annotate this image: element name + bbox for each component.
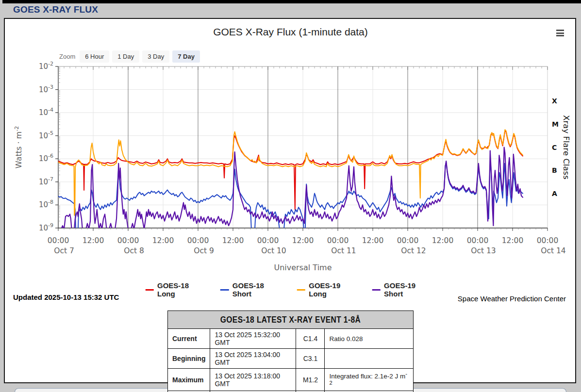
legend-line-swatch — [297, 289, 306, 291]
top-black-bar — [2, 0, 581, 3]
zoom-button-3day[interactable]: 3 Day — [142, 50, 169, 63]
legend-label: GOES-19 Short — [384, 281, 436, 298]
legend-line-swatch — [372, 289, 381, 291]
event-note-superscript: -2 — [329, 371, 407, 386]
event-row-time: 13 Oct 2025 13:18:00 GMT — [210, 369, 296, 391]
legend-line-swatch — [220, 289, 229, 291]
event-row-time: 13 Oct 2025 13:04:00 GMT — [210, 349, 296, 369]
event-row-class: C3.1 — [296, 349, 325, 369]
event-row-note: Ratio 0.028 — [325, 329, 414, 349]
chart-title: GOES X-Ray Flux (1-minute data) — [0, 26, 581, 38]
chart-menu-button[interactable] — [556, 30, 565, 37]
event-row-time: 13 Oct 2025 15:32:00 GMT — [210, 329, 296, 349]
page: GOES X-RAY FLUX GOES X-Ray Flux (1-minut… — [0, 0, 581, 392]
event-table-row: Beginning13 Oct 2025 13:04:00 GMTC3.1 — [168, 349, 414, 369]
hamburger-icon — [556, 33, 564, 34]
legend-item-goes-18-long[interactable]: GOES-18 Long — [145, 281, 208, 298]
event-table-row: Maximum13 Oct 2025 13:18:00 GMTM1.2Integ… — [168, 369, 414, 391]
zoom-label: Zoom — [59, 53, 75, 60]
hamburger-icon — [556, 30, 564, 31]
event-row-label: Current — [168, 329, 210, 349]
xray-event-table: GOES-18 LATEST X-RAY EVENT 1-8Å Current1… — [167, 310, 414, 392]
swpc-credit: Space Weather Prediction Center — [458, 294, 566, 303]
hamburger-icon — [556, 35, 564, 36]
event-row-class: C1.4 — [296, 329, 325, 349]
zoom-button-group: Zoom 6 Hour 1 Day 3 Day 7 Day — [59, 50, 200, 63]
zoom-button-6hour[interactable]: 6 Hour — [80, 50, 109, 63]
legend-item-goes-19-short[interactable]: GOES-19 Short — [372, 281, 435, 298]
updated-timestamp: Updated 2025-10-13 15:32 UTC — [13, 293, 119, 301]
event-row-label: Beginning — [168, 349, 210, 369]
legend-label: GOES-19 Long — [309, 281, 359, 298]
event-row-note: Integrated flux: 2.1e-2 J m-2 — [325, 369, 414, 391]
event-row-class: M1.2 — [296, 369, 325, 391]
zoom-button-7day[interactable]: 7 Day — [172, 50, 200, 63]
legend-item-goes-18-short[interactable]: GOES-18 Short — [220, 281, 284, 298]
event-row-note — [325, 349, 414, 369]
page-title: GOES X-RAY FLUX — [13, 4, 98, 15]
event-row-label: Maximum — [168, 369, 210, 391]
legend-label: GOES-18 Long — [157, 281, 208, 298]
event-table-title: GOES-18 LATEST X-RAY EVENT 1-8Å — [168, 311, 414, 329]
zoom-button-1day[interactable]: 1 Day — [112, 50, 139, 63]
event-table-row: Current13 Oct 2025 15:32:00 GMTC1.4Ratio… — [168, 329, 414, 349]
legend-line-swatch — [145, 289, 154, 291]
legend-label: GOES-18 Short — [232, 281, 284, 298]
legend-item-goes-19-long[interactable]: GOES-19 Long — [297, 281, 360, 298]
chart-legend: GOES-18 LongGOES-18 ShortGOES-19 LongGOE… — [145, 281, 436, 298]
